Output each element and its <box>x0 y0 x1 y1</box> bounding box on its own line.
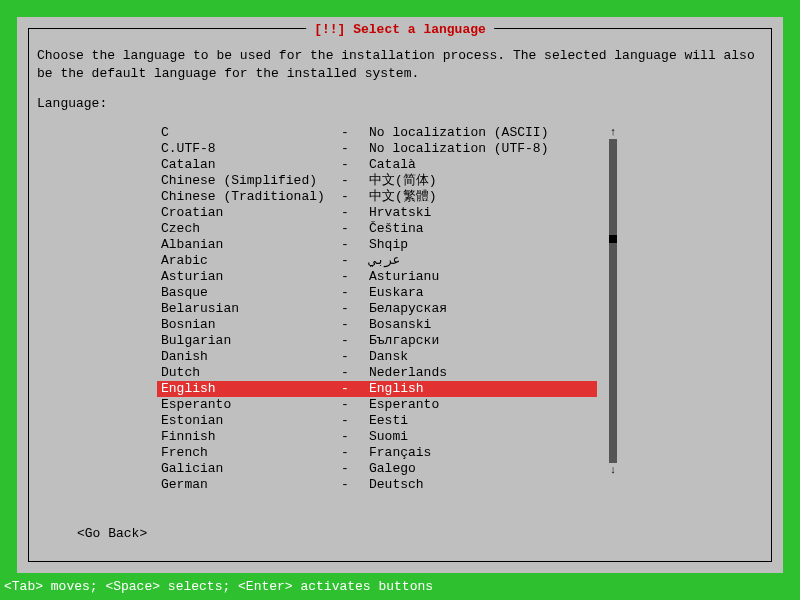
scroll-thumb[interactable] <box>609 235 617 243</box>
language-native: English <box>369 381 597 397</box>
separator: - <box>341 413 369 429</box>
language-name: Asturian <box>161 269 341 285</box>
language-name: Basque <box>161 285 341 301</box>
language-option[interactable]: Czech-Čeština <box>157 221 597 237</box>
footer-hint: <Tab> moves; <Space> selects; <Enter> ac… <box>4 579 433 594</box>
separator: - <box>341 381 369 397</box>
language-option[interactable]: Catalan-Català <box>157 157 597 173</box>
scroll-up-arrow[interactable]: ↑ <box>610 125 617 139</box>
language-option[interactable]: C.UTF-8-No localization (UTF-8) <box>157 141 597 157</box>
language-option[interactable]: Esperanto-Esperanto <box>157 397 597 413</box>
language-native: Deutsch <box>369 477 597 493</box>
language-name: Estonian <box>161 413 341 429</box>
language-option[interactable]: Albanian-Shqip <box>157 237 597 253</box>
separator: - <box>341 205 369 221</box>
language-option[interactable]: French-Français <box>157 445 597 461</box>
language-list[interactable]: C-No localization (ASCII)C.UTF-8-No loca… <box>157 125 597 493</box>
separator: - <box>341 317 369 333</box>
language-native: Suomi <box>369 429 597 445</box>
language-name: English <box>161 381 341 397</box>
instruction-text: Choose the language to be used for the i… <box>37 47 763 82</box>
language-native: Беларуская <box>369 301 597 317</box>
language-native: 中文(繁體) <box>369 189 597 205</box>
dialog-title: [!!] Select a language <box>306 22 494 37</box>
language-option[interactable]: Danish-Dansk <box>157 349 597 365</box>
language-name: Albanian <box>161 237 341 253</box>
language-name: Chinese (Simplified) <box>161 173 341 189</box>
scroll-track[interactable] <box>609 139 617 463</box>
separator: - <box>341 429 369 445</box>
language-name: Bosnian <box>161 317 341 333</box>
separator: - <box>341 141 369 157</box>
separator: - <box>341 221 369 237</box>
language-option[interactable]: Galician-Galego <box>157 461 597 477</box>
language-option[interactable]: Belarusian-Беларуская <box>157 301 597 317</box>
separator: - <box>341 445 369 461</box>
language-name: C <box>161 125 341 141</box>
separator: - <box>341 397 369 413</box>
go-back-button[interactable]: <Go Back> <box>77 526 147 541</box>
language-native: Shqip <box>369 237 597 253</box>
language-option[interactable]: Arabic-عربي <box>157 253 597 269</box>
language-native: Български <box>369 333 597 349</box>
language-option[interactable]: Chinese (Traditional)-中文(繁體) <box>157 189 597 205</box>
language-name: Galician <box>161 461 341 477</box>
separator: - <box>341 349 369 365</box>
language-native: No localization (UTF-8) <box>369 141 597 157</box>
language-native: Eesti <box>369 413 597 429</box>
language-native: Čeština <box>369 221 597 237</box>
separator: - <box>341 269 369 285</box>
separator: - <box>341 253 369 269</box>
language-option[interactable]: English-English <box>157 381 597 397</box>
language-option[interactable]: C-No localization (ASCII) <box>157 125 597 141</box>
language-native: 中文(简体) <box>369 173 597 189</box>
language-option[interactable]: Asturian-Asturianu <box>157 269 597 285</box>
language-option[interactable]: German-Deutsch <box>157 477 597 493</box>
separator: - <box>341 477 369 493</box>
language-name: German <box>161 477 341 493</box>
language-native: Euskara <box>369 285 597 301</box>
language-name: Croatian <box>161 205 341 221</box>
language-native: Français <box>369 445 597 461</box>
separator: - <box>341 237 369 253</box>
language-option[interactable]: Chinese (Simplified)-中文(简体) <box>157 173 597 189</box>
language-name: French <box>161 445 341 461</box>
scrollbar[interactable]: ↑ ↓ <box>609 125 617 477</box>
language-option[interactable]: Dutch-Nederlands <box>157 365 597 381</box>
language-option[interactable]: Croatian-Hrvatski <box>157 205 597 221</box>
language-name: Chinese (Traditional) <box>161 189 341 205</box>
dialog-content: Choose the language to be used for the i… <box>37 47 763 553</box>
separator: - <box>341 461 369 477</box>
language-native: Dansk <box>369 349 597 365</box>
language-native: Català <box>369 157 597 173</box>
separator: - <box>341 173 369 189</box>
language-name: Belarusian <box>161 301 341 317</box>
language-option[interactable]: Estonian-Eesti <box>157 413 597 429</box>
scroll-down-arrow[interactable]: ↓ <box>610 463 617 477</box>
separator: - <box>341 285 369 301</box>
language-native: Nederlands <box>369 365 597 381</box>
language-native: Hrvatski <box>369 205 597 221</box>
language-native: Bosanski <box>369 317 597 333</box>
language-option[interactable]: Bosnian-Bosanski <box>157 317 597 333</box>
separator: - <box>341 125 369 141</box>
language-name: Catalan <box>161 157 341 173</box>
language-option[interactable]: Finnish-Suomi <box>157 429 597 445</box>
separator: - <box>341 189 369 205</box>
separator: - <box>341 157 369 173</box>
language-native: Esperanto <box>369 397 597 413</box>
language-name: Finnish <box>161 429 341 445</box>
language-native: No localization (ASCII) <box>369 125 597 141</box>
language-option[interactable]: Basque-Euskara <box>157 285 597 301</box>
language-name: C.UTF-8 <box>161 141 341 157</box>
language-name: Esperanto <box>161 397 341 413</box>
language-label: Language: <box>37 96 763 111</box>
language-option[interactable]: Bulgarian-Български <box>157 333 597 349</box>
language-list-container: C-No localization (ASCII)C.UTF-8-No loca… <box>157 125 617 493</box>
language-native: عربي <box>369 253 597 269</box>
separator: - <box>341 333 369 349</box>
dialog-window: [!!] Select a language Choose the langua… <box>17 17 783 573</box>
language-native: Galego <box>369 461 597 477</box>
language-native: Asturianu <box>369 269 597 285</box>
language-name: Danish <box>161 349 341 365</box>
